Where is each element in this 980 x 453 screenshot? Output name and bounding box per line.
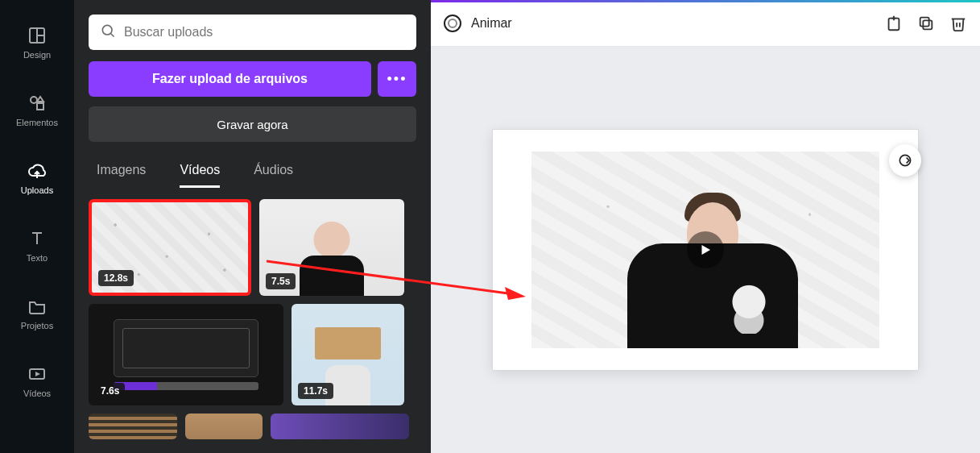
search-icon: [100, 23, 116, 42]
video-thumb-grid: 12.8s 7.5s 7.6s 11.7s: [89, 199, 416, 439]
canvas-top-bar: Animar: [431, 0, 980, 47]
play-rect-icon: [27, 364, 47, 384]
rail-label: Vídeos: [23, 389, 51, 398]
rail-label: Projetos: [21, 321, 53, 330]
svg-marker-20: [702, 245, 711, 255]
rail-label: Uploads: [21, 185, 53, 195]
canvas-video-element[interactable]: [531, 152, 879, 348]
svg-rect-16: [923, 20, 932, 29]
rail-elements[interactable]: Elementos: [6, 84, 68, 137]
uploads-panel: Fazer upload de arquivos ••• Gravar agor…: [74, 0, 431, 453]
layout-icon: [27, 26, 47, 45]
editor-canvas-area: Animar: [431, 0, 980, 453]
video-thumb[interactable]: 12.8s: [89, 199, 251, 296]
shapes-icon: [27, 94, 47, 113]
duration-badge: 7.5s: [266, 273, 296, 289]
tab-audios[interactable]: Áudios: [254, 163, 293, 188]
left-rail: Design Elementos Uploads Texto Projetos: [0, 0, 74, 453]
upload-more-button[interactable]: •••: [378, 61, 416, 97]
upload-files-button[interactable]: Fazer upload de arquivos: [89, 61, 371, 97]
video-thumb[interactable]: [271, 414, 409, 439]
text-icon: [27, 229, 47, 248]
search-input[interactable]: [124, 25, 405, 39]
video-thumb[interactable]: 7.6s: [89, 304, 283, 405]
folder-icon: [27, 297, 47, 316]
svg-marker-10: [35, 372, 40, 376]
animate-button[interactable]: Animar: [471, 16, 512, 31]
rail-text[interactable]: Texto: [6, 219, 68, 272]
top-bar-left: Animar: [444, 15, 512, 32]
video-thumb[interactable]: 7.5s: [259, 199, 404, 296]
top-bar-right: [885, 15, 967, 32]
svg-rect-17: [920, 17, 929, 26]
svg-marker-5: [37, 97, 43, 102]
svg-rect-4: [37, 103, 43, 110]
svg-point-11: [102, 25, 112, 35]
play-button[interactable]: [687, 231, 724, 268]
animate-icon[interactable]: [444, 15, 461, 32]
rail-projects[interactable]: Projetos: [6, 287, 68, 340]
record-button-label: Gravar agora: [217, 118, 287, 131]
delete-page-button[interactable]: [949, 15, 967, 32]
rail-videos[interactable]: Vídeos: [6, 355, 68, 408]
editor-stage[interactable]: [431, 47, 980, 453]
rail-uploads[interactable]: Uploads: [6, 152, 68, 205]
tab-images[interactable]: Imagens: [97, 163, 146, 188]
cloud-upload-icon: [27, 161, 47, 181]
top-gradient-bar: [431, 0, 980, 2]
tab-videos[interactable]: Vídeos: [180, 163, 220, 188]
rail-design[interactable]: Design: [6, 16, 68, 69]
svg-line-12: [111, 34, 114, 37]
duration-badge: 12.8s: [98, 270, 134, 286]
upload-row: Fazer upload de arquivos •••: [89, 61, 416, 97]
rail-label: Design: [23, 50, 51, 60]
duration-badge: 11.7s: [298, 383, 333, 399]
video-thumb[interactable]: [185, 414, 263, 439]
add-element-floating-button[interactable]: [889, 144, 921, 177]
video-thumb[interactable]: [89, 414, 177, 439]
more-dots-icon: •••: [387, 71, 407, 88]
uploads-tabs: Imagens Vídeos Áudios: [89, 163, 416, 188]
add-page-button[interactable]: [885, 15, 903, 32]
design-page[interactable]: [493, 130, 918, 370]
record-now-button[interactable]: Gravar agora: [89, 106, 416, 142]
rail-label: Texto: [27, 253, 48, 263]
rail-label: Elementos: [16, 118, 58, 127]
upload-button-label: Fazer upload de arquivos: [152, 72, 308, 86]
app-root: Design Elementos Uploads Texto Projetos: [0, 0, 980, 453]
search-input-wrap[interactable]: [89, 15, 416, 50]
duplicate-page-button[interactable]: [917, 15, 935, 32]
duration-badge: 7.6s: [95, 383, 125, 399]
video-thumb[interactable]: 11.7s: [292, 304, 404, 405]
